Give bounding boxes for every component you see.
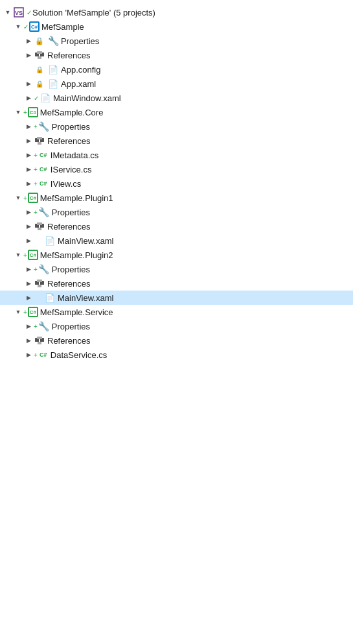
appconfig-icon: 📄 (47, 64, 59, 75)
solution-expander[interactable] (3, 7, 13, 18)
core-imetadata[interactable]: + C# IMetadata.cs (0, 148, 353, 162)
appxaml-label: App.xaml (61, 79, 353, 89)
core-expander[interactable] (13, 107, 23, 117)
mefsample-appconfig[interactable]: 🔒 📄 App.config (0, 62, 353, 77)
appxaml-expander[interactable] (23, 78, 34, 89)
plugin2-properties[interactable]: + 🔧 Properties (0, 262, 353, 276)
plugin2-mainview[interactable]: 📄 MainView.xaml (0, 291, 353, 305)
core-properties[interactable]: + 🔧 Properties (0, 119, 353, 134)
imetadata-status: + (34, 152, 38, 159)
iview-cs-icon: C# (38, 178, 49, 189)
plugin1-prop-label: Properties (52, 208, 353, 217)
properties-expander[interactable] (23, 36, 34, 46)
core-cs-icon: C# (28, 107, 38, 117)
plugin1-label: MefSample.Plugin1 (40, 193, 353, 203)
plugin2-prop-expander[interactable] (23, 264, 34, 274)
project-mefsample-expander[interactable] (13, 21, 23, 32)
dataservice-cs-icon: C# (38, 350, 49, 360)
imetadata-label: IMetadata.cs (51, 150, 353, 160)
svg-rect-9 (38, 142, 41, 145)
mefsample-status: ✓ (23, 23, 28, 30)
mainwindow-expander[interactable] (23, 93, 34, 103)
plugin2-mainview-icon: 📄 (44, 292, 56, 304)
properties-icon: 🔧 (47, 35, 59, 47)
iservice-expander[interactable] (23, 164, 34, 174)
svg-rect-13 (38, 228, 41, 230)
core-references[interactable]: References (0, 134, 353, 148)
service-ref-label: References (47, 336, 353, 346)
project-service[interactable]: + C# MefSample.Service (0, 305, 353, 319)
svg-rect-12 (37, 222, 42, 225)
service-prop-label: Properties (52, 322, 353, 331)
mainwindow-icon: 📄 (40, 92, 51, 104)
properties-label: Properties (61, 36, 353, 46)
plugin1-references[interactable]: References (0, 219, 353, 233)
service-label: MefSample.Service (40, 307, 353, 317)
plugin1-expander[interactable] (13, 193, 23, 203)
service-expander[interactable] (13, 307, 23, 317)
iview-expander[interactable] (23, 178, 34, 189)
appconfig-label: App.config (61, 65, 353, 75)
core-iservice[interactable]: + C# IService.cs (0, 162, 353, 176)
mefsample-properties[interactable]: 🔒 🔧 Properties (0, 34, 353, 48)
mefsample-mainwindow[interactable]: ✓ 📄 MainWindow.xaml (0, 91, 353, 105)
plugin1-mainview-expander[interactable] (23, 235, 34, 246)
core-prop-status: + (34, 123, 38, 130)
svg-rect-4 (37, 51, 42, 54)
service-cs-icon: C# (28, 307, 38, 317)
core-ref-label: References (47, 136, 353, 146)
plugin1-mainview-icon: 📄 (44, 235, 56, 246)
core-iview[interactable]: + C# IView.cs (0, 176, 353, 191)
plugin2-ref-expander[interactable] (23, 278, 34, 289)
project-plugin1[interactable]: + C# MefSample.Plugin1 (0, 191, 353, 205)
core-ref-expander[interactable] (23, 136, 34, 146)
plugin2-references[interactable]: References (0, 276, 353, 291)
dataservice-label: DataService.cs (51, 350, 353, 360)
plugin1-properties[interactable]: + 🔧 Properties (0, 205, 353, 219)
dataservice-expander[interactable] (23, 350, 34, 360)
plugin2-ref-label: References (47, 279, 353, 289)
references-icon (34, 49, 45, 61)
iview-status: + (34, 180, 38, 187)
references-expander[interactable] (23, 50, 34, 60)
project-mefsample[interactable]: ✓ C# MefSample (0, 19, 353, 34)
plugin1-prop-expander[interactable] (23, 207, 34, 217)
project-core[interactable]: + C# MefSample.Core (0, 105, 353, 119)
plugin2-status: + (23, 252, 27, 259)
core-prop-icon: 🔧 (38, 121, 50, 132)
solution-explorer: VS ✓ Solution 'MefSample' (5 projects) ✓… (0, 0, 353, 367)
svg-rect-17 (38, 285, 41, 287)
service-prop-expander[interactable] (23, 321, 34, 331)
plugin2-expander[interactable] (13, 250, 23, 260)
iservice-label: IService.cs (51, 165, 353, 174)
mefsample-references[interactable]: References (0, 48, 353, 62)
service-ref-expander[interactable] (23, 335, 34, 346)
plugin1-ref-expander[interactable] (23, 221, 34, 232)
mefsample-label: MefSample (41, 22, 353, 32)
plugin2-mainview-expander[interactable] (23, 292, 34, 303)
plugin1-ref-icon (34, 221, 45, 232)
solution-root[interactable]: VS ✓ Solution 'MefSample' (5 projects) (0, 5, 353, 19)
svg-text:VS: VS (15, 10, 23, 16)
plugin1-prop-status: + (34, 209, 38, 216)
svg-rect-5 (38, 56, 41, 59)
service-prop-status: + (34, 323, 38, 330)
solution-icon: VS (13, 6, 25, 18)
project-plugin2[interactable]: + C# MefSample.Plugin2 (0, 248, 353, 262)
mefsample-cs-icon: C# (29, 21, 40, 32)
plugin1-cs-icon: C# (28, 193, 38, 203)
plugin2-prop-icon: 🔧 (38, 263, 50, 275)
svg-rect-16 (37, 280, 42, 282)
mefsample-appxaml[interactable]: 🔒 📄 App.xaml (0, 77, 353, 91)
plugin1-ref-label: References (47, 222, 353, 232)
service-references[interactable]: References (0, 333, 353, 348)
core-prop-expander[interactable] (23, 121, 34, 132)
imetadata-expander[interactable] (23, 150, 34, 160)
service-dataservice[interactable]: + C# DataService.cs (0, 348, 353, 362)
plugin2-cs-icon: C# (28, 250, 38, 260)
mainwindow-status: ✓ (34, 95, 39, 102)
appxaml-icon: 📄 (47, 78, 59, 89)
plugin1-mainview[interactable]: 📄 MainView.xaml (0, 233, 353, 248)
iservice-cs-icon: C# (38, 164, 49, 174)
service-properties[interactable]: + 🔧 Properties (0, 319, 353, 333)
